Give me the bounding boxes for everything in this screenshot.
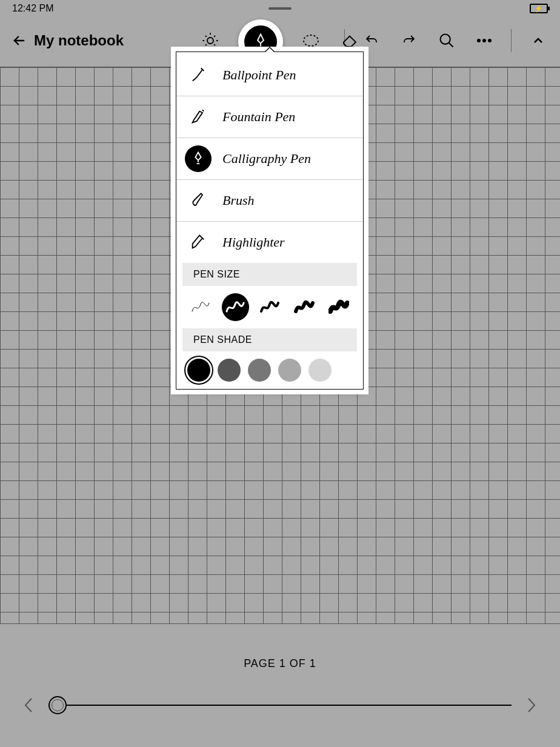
- pen-size-heading: PEN SIZE: [182, 263, 357, 286]
- svg-point-0: [207, 38, 213, 44]
- pen-option-label: Highlighter: [222, 234, 285, 250]
- pen-shade-black[interactable]: [187, 359, 210, 382]
- svg-point-5: [488, 39, 492, 42]
- clock: 12:42 PM: [12, 3, 53, 14]
- collapse-toolbar-button[interactable]: [527, 30, 549, 51]
- pen-option-label: Calligraphy Pen: [222, 151, 311, 167]
- highlighter-pen-icon: [185, 229, 212, 256]
- footer: PAGE 1 OF 1: [0, 626, 560, 747]
- pen-option-brush[interactable]: Brush: [176, 180, 363, 222]
- pen-shade-light[interactable]: [278, 359, 301, 382]
- svg-point-4: [482, 39, 486, 42]
- status-bar: 12:42 PM ⚡: [0, 0, 560, 17]
- notebook-title: My notebook: [34, 32, 124, 49]
- pen-option-calligraphy[interactable]: Calligraphy Pen: [176, 138, 363, 180]
- page-slider-row: [0, 694, 560, 716]
- pen-size-xs[interactable]: [187, 293, 215, 321]
- redo-button[interactable]: [398, 30, 420, 51]
- prev-page-button[interactable]: [18, 694, 40, 716]
- divider: [511, 29, 512, 52]
- svg-point-2: [441, 35, 450, 44]
- eraser-tool-button[interactable]: [339, 30, 361, 51]
- pen-option-fountain[interactable]: Fountain Pen: [176, 96, 363, 138]
- undo-button[interactable]: [361, 30, 382, 51]
- drag-handle[interactable]: [268, 7, 292, 10]
- battery-icon: ⚡: [530, 4, 548, 13]
- brush-pen-icon: [185, 187, 212, 214]
- selection-tool-button[interactable]: [300, 30, 322, 51]
- pen-size-xl[interactable]: [325, 293, 352, 321]
- next-page-button[interactable]: [520, 694, 542, 716]
- svg-point-3: [477, 39, 481, 42]
- pen-option-label: Fountain Pen: [222, 109, 295, 125]
- svg-point-1: [304, 35, 318, 46]
- calligraphy-pen-icon: [185, 145, 212, 172]
- tool-group-right: [344, 29, 549, 52]
- search-button[interactable]: [436, 30, 458, 51]
- pen-shade-heading: PEN SHADE: [182, 328, 357, 351]
- pen-shade-pale[interactable]: [308, 359, 332, 382]
- page-indicator: PAGE 1 OF 1: [244, 657, 316, 670]
- pen-size-l[interactable]: [290, 293, 318, 321]
- pen-option-label: Ballpoint Pen: [222, 67, 296, 83]
- pen-shade-dark[interactable]: [218, 359, 241, 382]
- pen-size-s[interactable]: [222, 293, 249, 321]
- page-slider[interactable]: [48, 705, 512, 706]
- pen-option-label: Brush: [222, 193, 255, 208]
- pen-size-m[interactable]: [256, 293, 284, 321]
- back-button[interactable]: [11, 32, 28, 49]
- pen-option-highlighter[interactable]: Highlighter: [176, 222, 363, 263]
- brightness-button[interactable]: [199, 30, 221, 51]
- pen-option-ballpoint[interactable]: Ballpoint Pen: [176, 55, 363, 96]
- pen-shade-mid[interactable]: [248, 359, 271, 382]
- ballpoint-pen-icon: [185, 62, 212, 88]
- more-button[interactable]: [473, 30, 495, 51]
- page-slider-thumb[interactable]: [48, 696, 67, 714]
- pen-popover: Ballpoint PenFountain PenCalligraphy Pen…: [176, 51, 364, 390]
- fountain-pen-icon: [185, 104, 212, 130]
